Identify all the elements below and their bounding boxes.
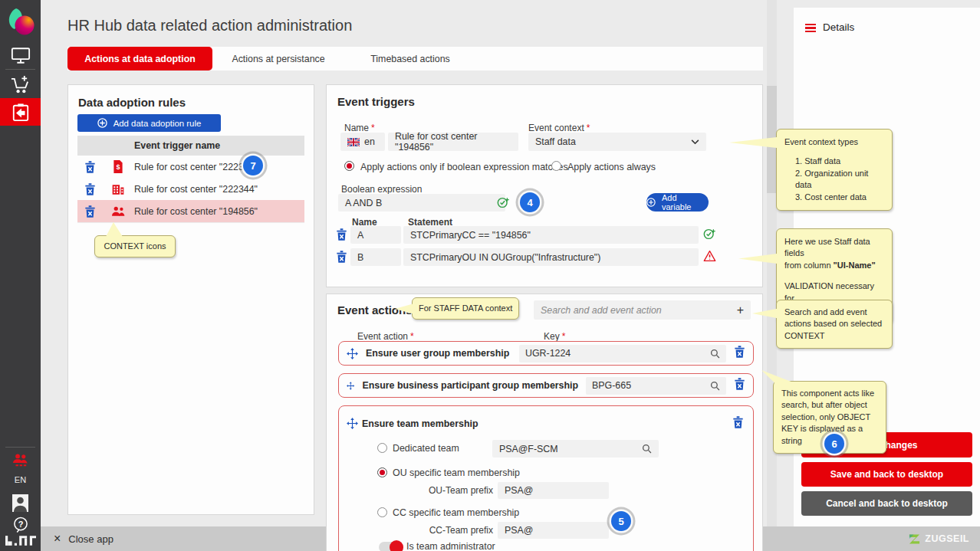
- radio-ou-team[interactable]: [377, 467, 387, 477]
- radio-apply-always[interactable]: [551, 161, 561, 171]
- add-variable-label: Add variable: [662, 193, 709, 212]
- cart-add-icon[interactable]: [0, 74, 41, 97]
- variable-statement-input[interactable]: STCPrimaryCC == "194856": [403, 226, 699, 244]
- tab-strip: Actions at data adoption Actions at pers…: [67, 47, 763, 71]
- rail-divider: [5, 69, 35, 70]
- dedicated-team-label[interactable]: Dedicated team: [393, 443, 459, 454]
- event-context-select[interactable]: Staff data: [528, 133, 706, 151]
- delete-variable-icon[interactable]: [336, 228, 347, 244]
- delete-action-icon[interactable]: [732, 416, 744, 431]
- dedicated-team-input[interactable]: PSA@F-SCM: [492, 440, 659, 458]
- plus-circle-icon: [646, 198, 656, 207]
- move-icon[interactable]: [347, 380, 354, 392]
- rail-item-active-import[interactable]: [0, 98, 41, 126]
- radio-dedicated-team[interactable]: [377, 443, 387, 453]
- close-app-label: Close app: [68, 533, 113, 545]
- cancel-back-button[interactable]: Cancel and back to desktop: [801, 491, 972, 516]
- warning-icon: [703, 250, 716, 265]
- delete-rule-icon[interactable]: [77, 205, 102, 218]
- uk-flag-icon: [347, 138, 360, 146]
- is-team-administrator-toggle[interactable]: [379, 542, 403, 551]
- save-back-button[interactable]: Save and back to desktop: [801, 462, 972, 487]
- search-event-action-input[interactable]: Search and add event action +: [534, 300, 751, 320]
- move-icon[interactable]: [347, 348, 358, 359]
- add-variable-button[interactable]: Add variable: [646, 193, 709, 212]
- callout-context-icons: CONTEXT icons: [94, 235, 176, 257]
- rule-name: Rule for cost center "194856": [134, 206, 304, 217]
- menu-icon[interactable]: [805, 24, 816, 32]
- variable-statement-input[interactable]: STCPrimaryOU IN OUGroup("Infrastructure"…: [403, 248, 699, 266]
- event-action-team-box: Ensure team membership Dedicated team PS…: [338, 405, 754, 551]
- close-icon: ×: [54, 533, 61, 545]
- radio-always-label[interactable]: Apply actions always: [567, 162, 656, 172]
- event-triggers-panel: Event triggers Name* en Rule for cost ce…: [326, 84, 763, 287]
- action-key-input[interactable]: UGR-1224: [519, 345, 726, 362]
- context-building-icon: [102, 183, 134, 195]
- rules-table-header: Event trigger name: [77, 136, 304, 156]
- search-icon[interactable]: [710, 349, 720, 359]
- plus-circle-icon: [97, 118, 107, 128]
- event-action-row: Ensure business participant group member…: [338, 373, 754, 398]
- cc-team-label[interactable]: CC specific team membership: [393, 507, 519, 518]
- ou-prefix-label: OU-Team prefix: [401, 485, 493, 496]
- radio-boolean-label[interactable]: Apply actions only if boolean expression…: [360, 162, 568, 172]
- callout-line: from column "UI-Name": [784, 260, 884, 271]
- search-icon[interactable]: [710, 381, 720, 391]
- cc-prefix-input[interactable]: PSA@: [498, 522, 609, 539]
- radio-cc-team[interactable]: [377, 507, 387, 517]
- tab-actions-persistance[interactable]: Actions at persistance: [212, 47, 344, 71]
- action-key-input[interactable]: BPG-665: [586, 377, 726, 395]
- app-rail: EN ?: [0, 0, 41, 551]
- action-key-value: BPG-665: [592, 380, 631, 391]
- delete-variable-icon[interactable]: [336, 251, 347, 266]
- column-event-trigger-name: Event trigger name: [134, 140, 304, 151]
- tab-timebased-actions[interactable]: Timebased actions: [344, 47, 476, 71]
- rule-name: Rule for cost center "222344": [134, 184, 304, 195]
- event-context-label: Event context*: [528, 123, 590, 133]
- col-key: Key*: [544, 331, 565, 342]
- callout-item: 1. Staff data: [795, 156, 884, 167]
- variable-name-input[interactable]: B: [350, 248, 401, 266]
- annotation-badge-5: 5: [611, 511, 631, 531]
- desktop-icon[interactable]: [0, 44, 41, 66]
- search-placeholder: Search and add event action: [541, 305, 662, 316]
- is-team-administrator-label[interactable]: Is team administrator: [406, 541, 495, 551]
- add-action-icon[interactable]: +: [737, 303, 744, 317]
- move-icon[interactable]: [347, 418, 358, 432]
- add-data-adoption-rule-button[interactable]: Add data adoption rule: [77, 114, 221, 132]
- boolean-expression-input[interactable]: A AND B: [338, 194, 505, 212]
- trigger-name-input[interactable]: Rule for cost center "194856": [388, 133, 518, 151]
- annotation-badge-4: 4: [520, 192, 540, 212]
- user-avatar[interactable]: [0, 494, 41, 512]
- name-label: Name*: [344, 123, 375, 133]
- brand-logo: ZUGSEIL: [909, 533, 969, 545]
- language-selector[interactable]: en: [340, 133, 385, 151]
- table-row[interactable]: $ Rule for cost center "222344": [77, 156, 304, 179]
- ou-prefix-input[interactable]: PSA@: [498, 482, 609, 499]
- users-red-icon[interactable]: [0, 452, 41, 469]
- delete-action-icon[interactable]: [734, 346, 745, 361]
- table-row-selected[interactable]: Rule for cost center "194856": [77, 200, 304, 223]
- delete-action-icon[interactable]: [734, 378, 745, 393]
- delete-rule-icon[interactable]: [77, 183, 102, 195]
- context-people-icon: [102, 206, 134, 216]
- callout-search-add: Search and add event actions based on se…: [776, 300, 893, 349]
- table-row[interactable]: Rule for cost center "222344": [77, 178, 304, 201]
- variable-name-input[interactable]: A: [350, 226, 401, 244]
- callout-item: 3. Cost center data: [795, 192, 884, 203]
- search-icon[interactable]: [642, 444, 652, 454]
- language-code: en: [364, 136, 375, 147]
- event-action-row: Ensure user group membership UGR-1224: [338, 341, 754, 366]
- add-rule-label: Add data adoption rule: [113, 119, 202, 128]
- rail-divider: [5, 447, 35, 448]
- ou-team-label[interactable]: OU specific team membership: [393, 467, 520, 478]
- radio-boolean-expression[interactable]: [344, 161, 354, 171]
- help-icon[interactable]: ?: [0, 516, 41, 533]
- rule-name: Rule for cost center "222344": [134, 162, 304, 172]
- close-app-button[interactable]: × Close app: [54, 533, 113, 545]
- event-action-label: Ensure business participant group member…: [362, 380, 578, 391]
- language-indicator[interactable]: EN: [0, 475, 41, 484]
- app-logo: [0, 6, 41, 38]
- delete-rule-icon[interactable]: [77, 161, 102, 173]
- tab-actions-data-adoption[interactable]: Actions at data adoption: [67, 47, 212, 71]
